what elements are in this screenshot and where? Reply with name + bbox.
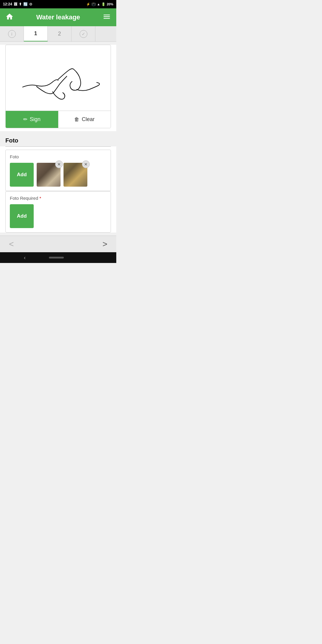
trash-icon: 🗑	[74, 117, 79, 123]
prev-arrow-icon: <	[9, 239, 14, 249]
nav-bar: < >	[0, 236, 116, 252]
tab-2-label: 2	[58, 31, 61, 37]
header: Water leakage	[0, 8, 116, 26]
sync-icon: 🔄	[23, 2, 28, 6]
battery-percent: 20%	[107, 2, 113, 6]
clear-button-label: Clear	[82, 116, 95, 123]
home-button[interactable]	[5, 13, 14, 22]
pencil-icon: ✏	[23, 116, 27, 123]
hamburger-icon	[103, 13, 111, 21]
signature-drawing	[6, 45, 111, 111]
foto-divider	[5, 146, 111, 147]
tab-1[interactable]: 1	[24, 26, 48, 41]
signature-buttons: ✏ Sign 🗑 Clear	[6, 111, 111, 128]
menu-button[interactable]	[103, 13, 111, 22]
info-circle: i	[8, 30, 16, 38]
check-circle: ✓	[80, 30, 87, 38]
foto-card-1: Foto Add ✕ ✕	[5, 150, 111, 191]
clear-button[interactable]: 🗑 Clear	[58, 111, 111, 128]
foto-remove-button-2[interactable]: ✕	[82, 160, 90, 168]
foto-row-2: Add	[10, 204, 106, 228]
foto-add-button-2[interactable]: Add	[10, 204, 34, 228]
prev-button[interactable]: <	[9, 239, 14, 249]
bluetooth-icon: ⚡	[86, 2, 90, 6]
status-indicators: ⚡ 📳 ▲ 🔋 20%	[86, 2, 113, 6]
status-time: 12:24	[3, 2, 12, 6]
next-button[interactable]: >	[103, 239, 107, 249]
system-home-pill[interactable]	[49, 257, 64, 258]
foto-card-2: Foto Required * Add	[5, 191, 111, 233]
signature-container: ✏ Sign 🗑 Clear	[5, 45, 111, 128]
status-bar: 12:24 🖼 ⬆ 🔄 ⊙ ⚡ 📳 ▲ 🔋 20%	[0, 0, 116, 8]
sign-button-label: Sign	[30, 116, 41, 123]
battery-icon: 🔋	[101, 2, 106, 6]
page-title: Water leakage	[36, 13, 80, 21]
status-time-group: 12:24 🖼 ⬆ 🔄 ⊙	[3, 2, 32, 6]
upload-icon: ⬆	[19, 2, 22, 6]
wifi-icon: ▲	[97, 2, 100, 6]
tab-2[interactable]: 2	[48, 26, 72, 41]
tab-bar: i 1 2 ✓	[0, 26, 116, 42]
tab-1-label: 1	[34, 30, 37, 37]
gallery-icon: 🖼	[14, 2, 17, 6]
add-label-1: Add	[17, 172, 27, 178]
foto-card-2-label: Foto Required *	[10, 196, 106, 201]
remove-icon-1: ✕	[57, 162, 61, 167]
required-asterisk: *	[39, 196, 41, 201]
add-label-2: Add	[17, 213, 27, 219]
main-content: ✏ Sign 🗑 Clear Foto Foto Add ✕	[0, 45, 116, 233]
sign-button[interactable]: ✏ Sign	[6, 111, 58, 128]
foto-section-title-area: Foto	[0, 131, 116, 146]
remove-icon-2: ✕	[84, 162, 88, 167]
foto-card-1-label: Foto	[10, 154, 106, 159]
vpn-icon: ⊙	[29, 2, 32, 6]
tab-check[interactable]: ✓	[72, 26, 95, 41]
info-icon: i	[11, 32, 12, 36]
system-nav-bar: ‹	[0, 252, 116, 263]
check-icon: ✓	[82, 32, 85, 36]
system-back-icon[interactable]: ‹	[24, 255, 26, 261]
home-icon	[5, 13, 14, 21]
vibrate-icon: 📳	[92, 2, 96, 6]
foto-thumb-wrap-1: ✕	[37, 163, 61, 187]
foto-remove-button-1[interactable]: ✕	[55, 160, 63, 168]
tab-info[interactable]: i	[0, 26, 24, 41]
next-arrow-icon: >	[103, 239, 107, 249]
foto-section-title: Foto	[5, 137, 18, 144]
foto-add-button-1[interactable]: Add	[10, 163, 34, 187]
foto-thumb-wrap-2: ✕	[64, 163, 87, 187]
signature-canvas[interactable]	[6, 45, 111, 111]
foto-row-1: Add ✕ ✕	[10, 163, 106, 187]
